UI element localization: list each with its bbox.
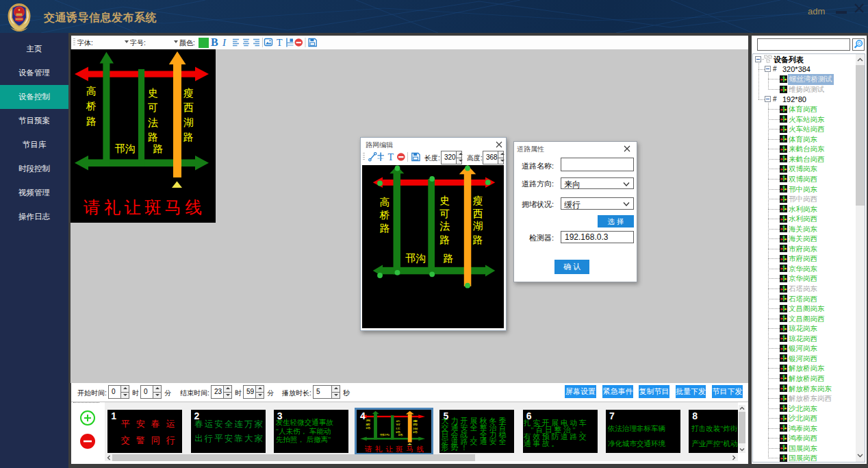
svg-text:史: 史 — [439, 195, 450, 206]
svg-text:湖: 湖 — [472, 221, 483, 232]
svg-text:请礼让斑马线: 请礼让斑马线 — [364, 445, 427, 453]
svg-text:T: T — [388, 152, 394, 162]
svg-text:邗沟: 邗沟 — [405, 253, 426, 264]
svg-text:I: I — [222, 37, 227, 48]
svg-text:T: T — [277, 38, 283, 48]
svg-text:路: 路 — [472, 234, 483, 245]
svg-text:路: 路 — [439, 234, 450, 245]
svg-text:高: 高 — [380, 197, 390, 208]
svg-text:B: B — [211, 36, 218, 48]
svg-text:路: 路 — [380, 223, 390, 234]
svg-text:路: 路 — [444, 253, 454, 264]
svg-text:瘦: 瘦 — [472, 195, 483, 206]
svg-text:可: 可 — [439, 208, 450, 219]
svg-text:西: 西 — [472, 208, 483, 219]
svg-text:法: 法 — [439, 221, 450, 232]
svg-text:请礼让斑马线: 请礼让斑马线 — [83, 198, 205, 217]
svg-text:桥: 桥 — [379, 210, 390, 221]
